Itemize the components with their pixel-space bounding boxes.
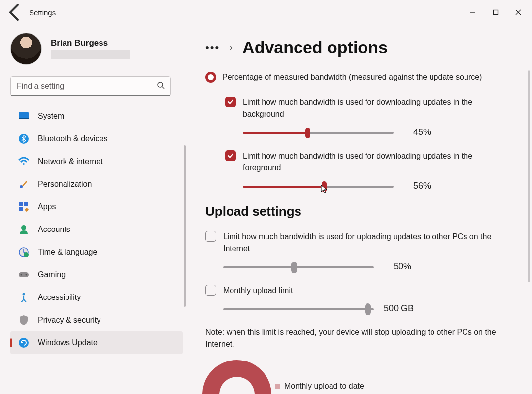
close-button[interactable] bbox=[507, 4, 530, 20]
sidebar-item-accessibility[interactable]: Accessibility bbox=[10, 286, 183, 309]
avatar[interactable] bbox=[10, 33, 42, 65]
chevron-right-icon: › bbox=[230, 42, 233, 53]
maximize-icon bbox=[493, 9, 499, 15]
sidebar-item-bluetooth[interactable]: Bluetooth & devices bbox=[10, 128, 183, 150]
arrow-left-icon bbox=[5, 2, 25, 22]
checkbox-limit-background[interactable] bbox=[225, 97, 236, 107]
radio-percentage-bandwidth[interactable] bbox=[205, 72, 216, 83]
slider-upload-bandwidth[interactable] bbox=[223, 262, 374, 272]
slider-background-bandwidth[interactable] bbox=[243, 128, 394, 137]
sidebar-item-label: Bluetooth & devices bbox=[38, 134, 107, 143]
apps-icon bbox=[18, 201, 29, 212]
breadcrumb: ••• › Advanced options bbox=[205, 38, 522, 57]
close-icon bbox=[515, 9, 521, 15]
slider-foreground-bandwidth[interactable] bbox=[243, 181, 394, 191]
svg-point-9 bbox=[23, 163, 25, 165]
person-icon bbox=[18, 224, 29, 235]
radio-label: Percentage of measured bandwidth (measur… bbox=[222, 73, 482, 82]
sidebar-item-label: Gaming bbox=[38, 270, 66, 279]
clock-globe-icon bbox=[18, 247, 29, 258]
svg-rect-13 bbox=[19, 207, 23, 211]
update-icon bbox=[18, 337, 29, 348]
app-title: Settings bbox=[29, 8, 56, 17]
sidebar-item-label: Windows Update bbox=[38, 338, 98, 347]
svg-rect-14 bbox=[25, 208, 29, 212]
checkbox-limit-foreground[interactable] bbox=[225, 150, 236, 161]
checkbox-limit-upload-bandwidth[interactable] bbox=[205, 231, 216, 242]
note-text: Note: when this limit is reached, your d… bbox=[205, 327, 511, 350]
svg-rect-11 bbox=[19, 202, 23, 206]
search-input[interactable] bbox=[17, 82, 157, 91]
svg-point-21 bbox=[23, 293, 25, 296]
breadcrumb-more-icon[interactable]: ••• bbox=[205, 41, 220, 54]
search-icon bbox=[157, 81, 165, 91]
option-label: Monthly upload limit bbox=[223, 285, 293, 296]
back-button[interactable] bbox=[5, 2, 25, 22]
checkbox-monthly-upload-limit[interactable] bbox=[205, 285, 216, 296]
svg-rect-7 bbox=[19, 118, 29, 119]
accessibility-icon bbox=[18, 292, 29, 303]
content-scrollbar[interactable] bbox=[528, 70, 530, 282]
minimize-icon bbox=[470, 9, 476, 15]
svg-rect-12 bbox=[24, 202, 28, 206]
upload-summary-label: Monthly upload to date bbox=[284, 382, 364, 391]
sidebar-item-label: System bbox=[38, 112, 64, 121]
svg-point-4 bbox=[158, 82, 163, 87]
svg-rect-18 bbox=[19, 272, 29, 277]
slider-value: 45% bbox=[413, 127, 431, 137]
search-field[interactable] bbox=[10, 76, 171, 96]
user-name: Brian Burgess bbox=[51, 38, 130, 48]
bluetooth-icon bbox=[18, 133, 29, 144]
check-icon bbox=[227, 98, 234, 105]
sidebar-item-label: Accounts bbox=[38, 225, 70, 234]
svg-point-20 bbox=[26, 274, 27, 276]
sidebar-item-label: Network & internet bbox=[38, 157, 103, 166]
slider-value: 500 GB bbox=[384, 303, 414, 314]
sidebar-item-label: Accessibility bbox=[38, 293, 81, 302]
paintbrush-icon bbox=[18, 179, 29, 190]
display-icon bbox=[18, 111, 29, 122]
sidebar-item-label: Apps bbox=[38, 202, 56, 211]
sidebar-item-gaming[interactable]: Gaming bbox=[10, 263, 183, 286]
sidebar-item-system[interactable]: System bbox=[10, 105, 183, 128]
sidebar-item-label: Time & language bbox=[38, 248, 97, 257]
sidebar-item-apps[interactable]: Apps bbox=[10, 196, 183, 218]
sidebar-item-personalization[interactable]: Personalization bbox=[10, 173, 183, 196]
sidebar-item-privacy[interactable]: Privacy & security bbox=[10, 309, 183, 331]
svg-rect-1 bbox=[494, 10, 498, 15]
slider-value: 50% bbox=[394, 262, 411, 272]
svg-point-19 bbox=[21, 274, 22, 276]
svg-point-10 bbox=[20, 185, 23, 188]
sidebar-item-accounts[interactable]: Accounts bbox=[10, 218, 183, 241]
user-email-redacted bbox=[51, 50, 130, 59]
svg-point-17 bbox=[24, 252, 29, 257]
sidebar-item-windows-update[interactable]: Windows Update bbox=[10, 331, 183, 354]
gamepad-icon bbox=[18, 269, 29, 280]
shield-icon bbox=[18, 315, 29, 326]
option-label: Limit how much bandwidth is used for upl… bbox=[223, 231, 509, 255]
option-label: Limit how much bandwidth is used for dow… bbox=[243, 97, 499, 120]
slider-value: 56% bbox=[413, 181, 431, 191]
wifi-icon bbox=[18, 156, 29, 167]
legend-swatch bbox=[275, 384, 280, 389]
sidebar-item-time[interactable]: Time & language bbox=[10, 241, 183, 263]
minimize-button[interactable] bbox=[462, 4, 484, 20]
option-label: Limit how much bandwidth is used for dow… bbox=[243, 150, 499, 174]
check-icon bbox=[227, 152, 234, 159]
sidebar-item-network[interactable]: Network & internet bbox=[10, 150, 183, 173]
page-title: Advanced options bbox=[242, 38, 388, 57]
sidebar-item-label: Privacy & security bbox=[38, 316, 100, 325]
sidebar-item-label: Personalization bbox=[38, 180, 92, 189]
svg-point-15 bbox=[21, 225, 26, 230]
svg-line-5 bbox=[162, 87, 164, 89]
maximize-button[interactable] bbox=[484, 4, 507, 20]
svg-point-22 bbox=[19, 338, 29, 348]
section-title-upload: Upload settings bbox=[205, 204, 522, 219]
slider-monthly-limit[interactable] bbox=[223, 304, 374, 314]
